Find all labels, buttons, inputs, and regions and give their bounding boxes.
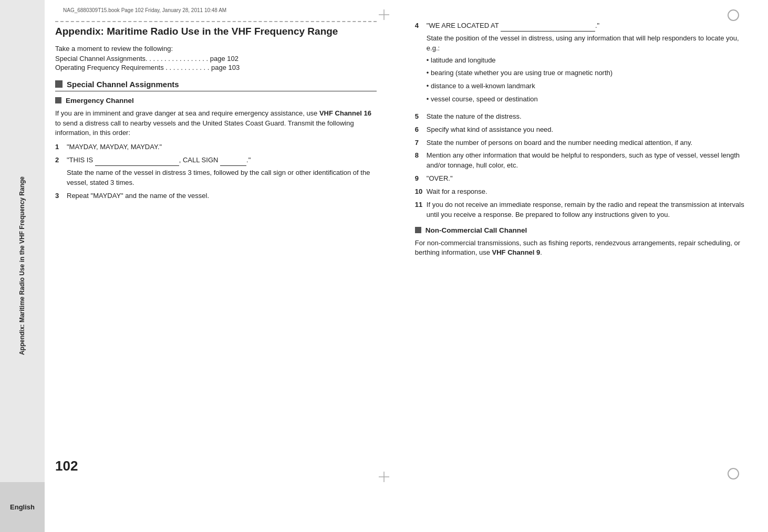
toc-line-1: Special Channel Assignments. . . . . . .…	[55, 55, 377, 62]
step-8: 8 Mention any other information that wou…	[415, 151, 747, 171]
step-2-text: "THIS IS , CALL SIGN ." State the name o…	[67, 155, 377, 188]
step-4-sub: State the position of the vessel in dist…	[427, 34, 747, 54]
emergency-steps-list: 1 "MAYDAY, MAYDAY, MAYDAY." 2 "THIS IS ,…	[55, 142, 377, 201]
non-commercial-header: Non-Commercial Call Channel	[415, 226, 747, 234]
bullet-bearing: • bearing (state whether you are using t…	[427, 68, 747, 78]
dashed-divider	[55, 21, 377, 22]
non-commercial-icon	[415, 227, 421, 233]
step-10: 10 Wait for a response.	[415, 187, 747, 197]
step-8-num: 8	[415, 151, 427, 171]
emergency-channel-header: Emergency Channel	[55, 97, 377, 105]
step-10-text: Wait for a response.	[427, 187, 747, 197]
step-5: 5 State the nature of the distress.	[415, 112, 747, 122]
vhf-channel-bold: VHF Channel 16	[319, 109, 371, 117]
special-channel-title: Special Channel Assignments	[67, 80, 179, 89]
step-6: 6 Specify what kind of assistance you ne…	[415, 125, 747, 135]
step-7-text: State the number of persons on board and…	[427, 138, 747, 148]
bullet-lat-long: • latitude and longitude	[427, 56, 747, 66]
emergency-channel-body: If you are in imminent and grave danger …	[55, 109, 377, 139]
intro-text: Take a moment to review the following:	[55, 45, 377, 53]
sub-icon	[55, 97, 61, 103]
step-3-num: 3	[55, 191, 67, 201]
call-sign-blank	[220, 155, 246, 166]
right-steps-list: 4 "WE ARE LOCATED AT ." State the positi…	[415, 21, 747, 220]
bullet-course: • vessel course, speed or destination	[427, 95, 747, 105]
step-3: 3 Repeat "MAYDAY" and the name of the ve…	[55, 191, 377, 201]
file-info-bar: NAG_6880309T15.book Page 102 Friday, Jan…	[63, 4, 705, 16]
step-6-num: 6	[415, 125, 427, 135]
toc-line-2: Operating Frequency Requirements . . . .…	[55, 64, 377, 71]
vhf-channel-9-bold: VHF Channel 9	[492, 248, 541, 256]
sidebar-text: Appendix: Maritime Radio Use in the VHF …	[18, 176, 26, 355]
non-commercial-title: Non-Commercial Call Channel	[425, 226, 527, 234]
right-column: 4 "WE ARE LOCATED AT ." State the positi…	[415, 21, 747, 262]
location-blank	[501, 21, 595, 32]
step-2: 2 "THIS IS , CALL SIGN ." State the name…	[55, 155, 377, 188]
page-title: Appendix: Maritime Radio Use in the VHF …	[55, 25, 377, 38]
corner-mark-tr	[728, 9, 739, 21]
step-7-num: 7	[415, 138, 427, 148]
english-label: English	[10, 503, 35, 511]
step-4: 4 "WE ARE LOCATED AT ." State the positi…	[415, 21, 747, 108]
non-commercial-body: For non-commercial transmissions, such a…	[415, 238, 747, 258]
main-content: Appendix: Maritime Radio Use in the VHF …	[55, 21, 747, 511]
step-10-num: 10	[415, 187, 427, 197]
sidebar-label: Appendix: Maritime Radio Use in the VHF …	[0, 0, 45, 532]
step-2-sub: State the name of the vessel in distress…	[67, 168, 377, 188]
step-11: 11 If you do not receive an immediate re…	[415, 200, 747, 220]
step-11-num: 11	[415, 200, 427, 220]
step-11-text: If you do not receive an immediate respo…	[427, 200, 747, 220]
step-1-num: 1	[55, 142, 67, 152]
step-8-text: Mention any other information that would…	[427, 151, 747, 171]
step-9: 9 "OVER."	[415, 174, 747, 184]
step-5-num: 5	[415, 112, 427, 122]
step-9-text: "OVER."	[427, 174, 747, 184]
bullet-distance: • distance to a well-known landmark	[427, 81, 747, 91]
special-channel-section-header: Special Channel Assignments	[55, 80, 377, 91]
step-1-text: "MAYDAY, MAYDAY, MAYDAY."	[67, 142, 377, 152]
step-6-text: Specify what kind of assistance you need…	[427, 125, 747, 135]
step-7: 7 State the number of persons on board a…	[415, 138, 747, 148]
step-4-num: 4	[415, 21, 427, 108]
emergency-channel-title: Emergency Channel	[66, 97, 134, 105]
step-2-num: 2	[55, 155, 67, 188]
step-4-bullets: • latitude and longitude • bearing (stat…	[427, 56, 747, 105]
step-5-text: State the nature of the distress.	[427, 112, 747, 122]
left-column: Appendix: Maritime Radio Use in the VHF …	[55, 21, 387, 204]
file-info-text: NAG_6880309T15.book Page 102 Friday, Jan…	[63, 7, 226, 13]
step-1: 1 "MAYDAY, MAYDAY, MAYDAY."	[55, 142, 377, 152]
step-3-text: Repeat "MAYDAY" and the name of the vess…	[67, 191, 377, 201]
vessel-name-blank	[95, 155, 179, 166]
english-tab: English	[0, 482, 45, 532]
step-4-content: "WE ARE LOCATED AT ." State the position…	[427, 21, 747, 108]
section-icon	[55, 80, 63, 88]
step-9-num: 9	[415, 174, 427, 184]
